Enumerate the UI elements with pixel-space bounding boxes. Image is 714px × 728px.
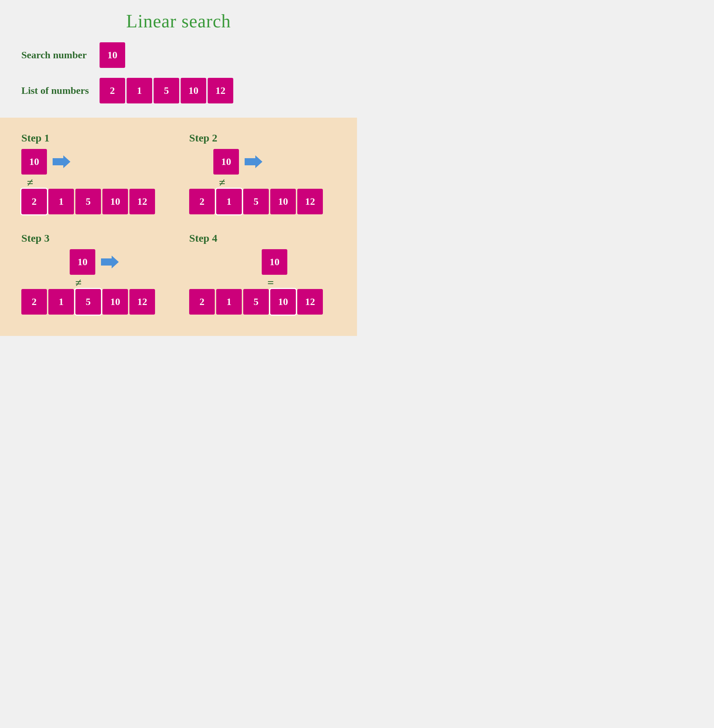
list-box-step2-0: 2 xyxy=(189,189,215,214)
arrow-3 xyxy=(101,256,119,268)
arrow-1 xyxy=(52,155,70,168)
list-box-step1-1: 1 xyxy=(48,189,74,214)
list-box-step4-0: 2 xyxy=(189,289,215,315)
search-row-2: 10 xyxy=(213,149,262,175)
step-inner-4: 10=2151012 xyxy=(189,249,336,315)
list-box-step1-4: 12 xyxy=(129,189,155,214)
step-block-1: Step 110 ≠2151012 xyxy=(14,128,175,222)
step-block-2: Step 210 ≠2151012 xyxy=(182,128,343,222)
svg-marker-1 xyxy=(244,155,262,168)
list-box-step1-2: 5 xyxy=(75,189,101,214)
bottom-section: Step 110 ≠2151012Step 210 ≠2151012Step 3… xyxy=(0,118,357,336)
symbol-2: ≠ xyxy=(219,177,225,188)
list-row-step-4: 2151012 xyxy=(189,289,324,315)
search-box-2: 10 xyxy=(213,149,239,175)
list-box-step2-3: 10 xyxy=(270,189,296,214)
list-row: List of numbers 2151012 xyxy=(21,78,336,103)
svg-marker-2 xyxy=(101,256,119,268)
step-block-4: Step 410=2151012 xyxy=(182,229,343,322)
top-section: Linear search Search number 10 List of n… xyxy=(0,0,357,118)
list-box-step4-3: 10 xyxy=(270,289,296,315)
symbol-3: ≠ xyxy=(75,277,82,288)
search-row-1: 10 xyxy=(21,149,70,175)
list-item: 1 xyxy=(127,78,152,103)
search-number-box: 10 xyxy=(99,42,125,68)
list-item: 10 xyxy=(181,78,206,103)
step-title-3: Step 3 xyxy=(21,232,168,244)
step-block-3: Step 310 ≠2151012 xyxy=(14,229,175,322)
list-box-step4-4: 12 xyxy=(297,289,323,315)
search-number-label: Search number xyxy=(21,49,99,61)
search-box-1: 10 xyxy=(21,149,47,175)
list-box-step2-2: 5 xyxy=(243,189,269,214)
step-inner-3: 10 ≠2151012 xyxy=(21,249,168,315)
search-number-row: Search number 10 xyxy=(21,42,336,68)
page-title: Linear search xyxy=(21,10,336,31)
list-row-step-3: 2151012 xyxy=(21,289,156,315)
step-title-4: Step 4 xyxy=(189,232,336,244)
list-box-step3-0: 2 xyxy=(21,289,47,315)
arrow-2 xyxy=(244,155,262,168)
list-box-step1-3: 10 xyxy=(102,189,128,214)
list-box-step1-0: 2 xyxy=(21,189,47,214)
symbol-1: ≠ xyxy=(27,177,33,188)
list-item: 5 xyxy=(154,78,179,103)
list-row-step-2: 2151012 xyxy=(189,189,324,214)
list-box-step4-1: 1 xyxy=(216,289,242,315)
step-title-2: Step 2 xyxy=(189,132,336,144)
list-box-step2-1: 1 xyxy=(216,189,242,214)
symbol-4: = xyxy=(267,277,274,288)
list-box-step3-1: 1 xyxy=(48,289,74,315)
step-inner-1: 10 ≠2151012 xyxy=(21,149,168,214)
list-boxes-top: 2151012 xyxy=(99,78,235,103)
list-item: 2 xyxy=(99,78,125,103)
list-box-step3-4: 12 xyxy=(129,289,155,315)
search-box-4: 10 xyxy=(262,249,287,275)
step-title-1: Step 1 xyxy=(21,132,168,144)
search-row-3: 10 xyxy=(70,249,119,275)
list-box-step2-4: 12 xyxy=(297,189,323,214)
search-box-3: 10 xyxy=(70,249,95,275)
list-box-step3-3: 10 xyxy=(102,289,128,315)
list-row-step-1: 2151012 xyxy=(21,189,156,214)
list-item: 12 xyxy=(208,78,233,103)
list-box-step3-2: 5 xyxy=(75,289,101,315)
steps-grid: Step 110 ≠2151012Step 210 ≠2151012Step 3… xyxy=(14,128,343,322)
step-inner-2: 10 ≠2151012 xyxy=(189,149,336,214)
search-row-4: 10 xyxy=(262,249,289,275)
list-label: List of numbers xyxy=(21,85,99,96)
list-box-step4-2: 5 xyxy=(243,289,269,315)
svg-marker-0 xyxy=(52,155,70,168)
